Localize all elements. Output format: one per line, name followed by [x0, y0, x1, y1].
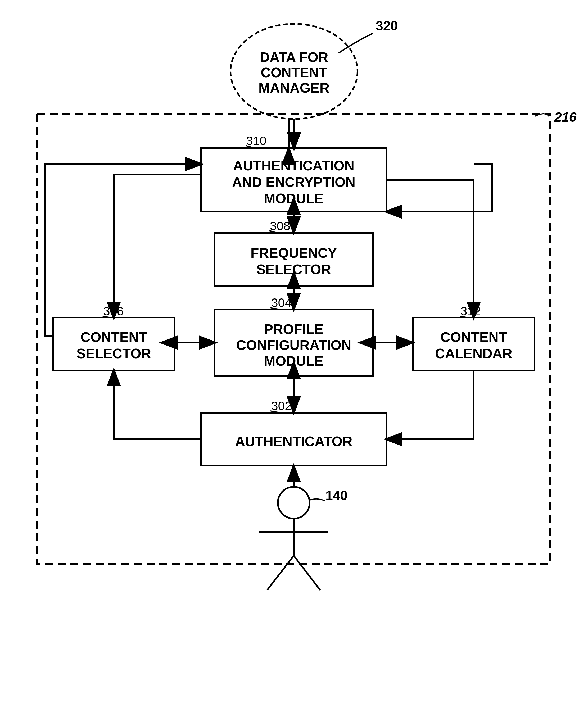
- data-content-manager-text2: CONTENT: [261, 65, 327, 80]
- auth-encryption-text2: AND ENCRYPTION: [232, 174, 355, 190]
- profile-config-text1: PROFILE: [264, 321, 323, 337]
- ref-216-label: 216: [554, 110, 577, 125]
- frequency-selector-text1: FREQUENCY: [250, 245, 337, 261]
- diagram-container: 216 DATA FOR CONTENT MANAGER 320 AUTHENT…: [0, 0, 588, 703]
- profile-config-text3: MODULE: [264, 353, 323, 369]
- ref-308-label: 308: [270, 219, 290, 233]
- auth-encryption-text1: AUTHENTICATION: [233, 158, 354, 173]
- data-content-manager-text3: MANAGER: [259, 80, 330, 95]
- ref-304-label: 304: [271, 296, 292, 310]
- data-content-manager-text: DATA FOR: [260, 50, 328, 65]
- auth-encryption-text3: MODULE: [264, 191, 323, 206]
- ref-302-label: 302: [271, 399, 292, 413]
- ref-312-label: 312: [460, 304, 481, 318]
- authenticator-text: AUTHENTICATOR: [235, 434, 353, 449]
- content-calendar-text2: CALENDAR: [435, 346, 512, 361]
- content-calendar-text1: CONTENT: [440, 329, 507, 345]
- profile-config-text2: CONFIGURATION: [236, 337, 351, 353]
- content-selector-text2: SELECTOR: [76, 346, 151, 361]
- ref-320-label: 320: [376, 18, 398, 33]
- content-selector-text1: CONTENT: [80, 329, 147, 345]
- frequency-selector-text2: SELECTOR: [256, 262, 331, 277]
- ref-140-label: 140: [325, 488, 348, 503]
- ref-310-label: 310: [246, 134, 267, 148]
